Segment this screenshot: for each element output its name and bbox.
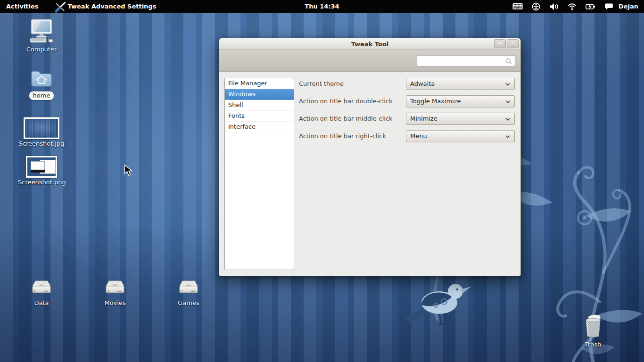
top-bar: Activities Tweak Advanced Settings Thu 1… [0,0,644,13]
sidebar-item-interface[interactable]: Interface [225,122,294,132]
search-input[interactable] [417,56,515,66]
focused-app-title[interactable]: Tweak Advanced Settings [68,3,157,10]
setting-row: Action on title bar double-click Toggle … [299,95,515,107]
accessibility-icon[interactable] [532,2,540,11]
chevron-down-icon [505,135,510,138]
sidebar-item-windows[interactable]: Windows [225,89,294,100]
trash-icon [583,315,603,338]
chevron-down-icon [505,118,510,121]
settings-panel: Current theme Adwaita Action on title ba… [299,78,515,148]
harddisk-icon [104,278,126,297]
chevron-down-icon [505,83,510,86]
double-click-action-dropdown[interactable]: Toggle Maximize [406,95,515,107]
battery-charging-icon[interactable] [586,3,595,10]
wifi-icon[interactable] [568,3,577,10]
sidebar-item-file-manager[interactable]: File Manager [225,78,294,89]
image-thumbnail [26,156,57,178]
activities-button[interactable]: Activities [6,3,39,10]
sidebar-item-fonts[interactable]: Fonts [225,111,294,122]
computer-icon [28,19,55,43]
harddisk-icon [178,278,199,297]
chat-bubble-icon[interactable] [604,3,613,10]
desktop-icon-label: Games [165,299,212,306]
desktop-icon-movies[interactable]: Movies [91,278,139,306]
minimize-button[interactable]: ‒ [494,39,506,48]
sidebar-item-shell[interactable]: Shell [225,100,294,111]
home-folder-icon [30,69,53,89]
dropdown-value: Adwaita [410,80,435,87]
desktop-icon-label: Movies [91,299,139,306]
desktop-icon-label: Screenshot.png [18,179,65,186]
desktop-icon-data[interactable]: Data [18,278,65,306]
setting-row: Action on title bar right-click Menu [299,130,515,142]
desktop-icon-screenshot-jpg[interactable]: Screenshot.jpg [18,117,65,147]
desktop-icon-home[interactable]: home [18,69,65,100]
setting-row: Action on title bar middle-click Minimiz… [299,113,515,125]
right-click-action-dropdown[interactable]: Menu [406,130,515,142]
image-thumbnail [24,117,59,139]
desktop-icon-label: Data [18,299,65,306]
dropdown-value: Toggle Maximize [410,98,461,105]
keyboard-icon[interactable] [512,3,523,10]
chevron-down-icon [505,100,510,103]
window-toolbar [219,50,520,72]
window-title: Tweak Tool [351,41,389,48]
dropdown-value: Menu [410,132,427,140]
desktop-icon-label: Computer [18,46,65,53]
setting-row: Current theme Adwaita [299,78,515,90]
current-theme-dropdown[interactable]: Adwaita [406,78,515,90]
search-icon [505,58,512,65]
close-button[interactable]: × [507,39,519,48]
screwdriver-icon [54,1,66,13]
tweak-tool-window: Tweak Tool ‒ × File Manager Windows Shel… [219,38,521,276]
window-titlebar[interactable]: Tweak Tool ‒ × [219,38,520,50]
right-click-action-label: Action on title bar right-click [299,130,386,142]
double-click-action-label: Action on title bar double-click [299,95,392,107]
desktop-icon-computer[interactable]: Computer [18,19,65,53]
volume-icon[interactable] [549,3,559,10]
desktop-icon-screenshot-png[interactable]: Screenshot.png [18,156,65,186]
current-theme-label: Current theme [299,78,344,90]
settings-category-list: File Manager Windows Shell Fonts Interfa… [224,78,294,270]
middle-click-action-label: Action on title bar middle-click [299,113,393,125]
harddisk-icon [31,278,52,297]
wallpaper-bird [405,284,471,324]
user-menu[interactable]: Dejan [619,3,638,10]
search-field [417,55,515,66]
desktop-icon-label: Trash [570,341,617,348]
desktop-icon-label: home [29,91,54,100]
clock[interactable]: Thu 14:34 [305,3,339,10]
middle-click-action-dropdown[interactable]: Minimize [406,113,515,125]
desktop-icon-trash[interactable]: Trash [570,315,617,348]
desktop-icon-label: Screenshot.jpg [18,140,65,147]
desktop-icon-games[interactable]: Games [165,278,212,306]
dropdown-value: Minimize [410,115,438,122]
